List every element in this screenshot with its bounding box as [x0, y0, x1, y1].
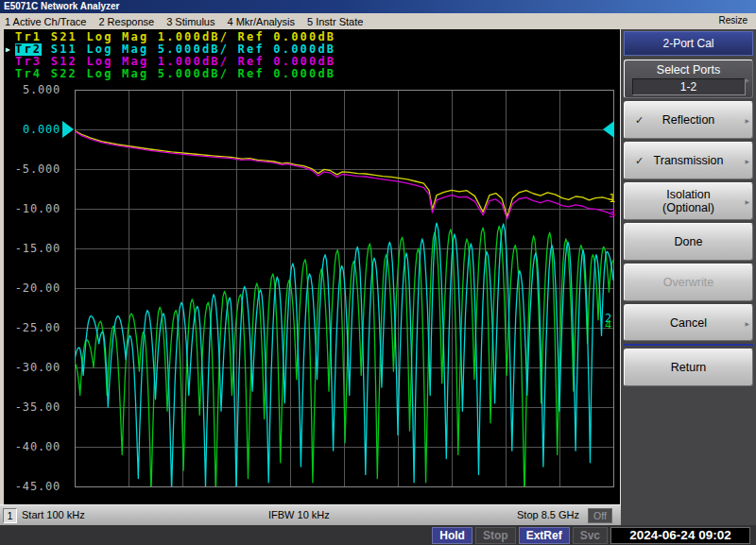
- softkey-label: Overwrite: [663, 276, 713, 289]
- check-icon: ✓: [635, 114, 644, 127]
- svg-text:1: 1: [609, 192, 615, 205]
- menu-bar: 1 Active Ch/Trace 2 Response 3 Stimulus …: [0, 13, 756, 29]
- menu-mkr-analysis[interactable]: 4 Mkr/Analysis: [227, 16, 295, 27]
- check-icon: ✓: [635, 155, 644, 167]
- softkey-label-line2: (Optional): [662, 201, 714, 214]
- instrument-status-bar: Hold Stop ExtRef Svc 2024-06-24 09:02: [0, 525, 756, 545]
- svg-text:3: 3: [609, 207, 615, 220]
- softkey-label: Return: [671, 361, 707, 374]
- svg-text:-10.00: -10.00: [15, 202, 60, 215]
- softkey-menu-title: 2-Port Cal: [624, 31, 753, 56]
- ref-level-marker-left: [62, 121, 74, 138]
- legend-row-tr4[interactable]: Tr4 S22 Log Mag 5.000dB/ Ref 0.000dB: [6, 68, 335, 80]
- extref-indicator[interactable]: ExtRef: [519, 527, 570, 544]
- softkey-menu: 2-Port Cal Select Ports 1-2 ▶ ✓ Reflecti…: [621, 29, 756, 525]
- softkey-return[interactable]: Return: [624, 349, 753, 386]
- menu-resize[interactable]: Resize: [718, 15, 747, 26]
- off-indicator: Off: [588, 508, 612, 523]
- softkey-isolation[interactable]: Isolation (Optional) ▶: [624, 182, 753, 220]
- submenu-arrow-icon: ▶: [745, 117, 749, 124]
- softkey-label: Transmission: [654, 154, 724, 167]
- softkey-separator: [624, 344, 753, 346]
- menu-instr-state[interactable]: 5 Instr State: [307, 16, 363, 27]
- menu-active-ch-trace[interactable]: 1 Active Ch/Trace: [5, 16, 86, 27]
- softkey-label: Cancel: [670, 316, 707, 330]
- hold-indicator[interactable]: Hold: [432, 527, 472, 544]
- stop-frequency[interactable]: Stop 8.5 GHz: [517, 509, 579, 520]
- softkey-cancel[interactable]: Cancel ▶: [624, 304, 753, 341]
- softkey-label: Done: [675, 235, 703, 248]
- softkey-select-ports[interactable]: Select Ports 1-2 ▶: [624, 60, 753, 98]
- active-trace-marker-icon: ▶: [6, 43, 15, 56]
- title-bar: E5071C Network Analyzer: [0, 0, 756, 13]
- menu-stimulus[interactable]: 3 Stimulus: [166, 16, 215, 27]
- stimulus-status-bar: 1 Start 100 kHz IFBW 10 kHz Stop 8.5 GHz…: [0, 504, 621, 525]
- instrument-screen: 5.0000.000-5.000-10.00-15.00-20.00-25.00…: [4, 29, 621, 505]
- softkey-overwrite[interactable]: Overwrite: [624, 264, 753, 301]
- svc-indicator[interactable]: Svc: [573, 527, 608, 544]
- softkey-label: Select Ports: [657, 63, 720, 77]
- ifbw-value[interactable]: IFBW 10 kHz: [268, 509, 330, 520]
- svg-text:4: 4: [605, 318, 611, 332]
- svg-text:5.000: 5.000: [23, 83, 60, 96]
- select-ports-value: 1-2: [632, 78, 746, 95]
- menu-response[interactable]: 2 Response: [98, 16, 154, 27]
- svg-text:-5.000: -5.000: [15, 162, 60, 176]
- softkey-reflection[interactable]: ✓ Reflection ▶: [624, 101, 753, 139]
- stop-indicator[interactable]: Stop: [475, 527, 516, 544]
- svg-text:-35.00: -35.00: [15, 400, 60, 414]
- submenu-arrow-icon: ▶: [745, 319, 749, 326]
- trace-settings: S22 Log Mag 5.000dB/ Ref 0.000dB: [42, 68, 335, 80]
- svg-text:-25.00: -25.00: [15, 321, 60, 334]
- ref-level-marker-right: [603, 121, 614, 138]
- plot-area[interactable]: 5.0000.000-5.000-10.00-15.00-20.00-25.00…: [4, 29, 620, 504]
- date-time-display: 2024-06-24 09:02: [610, 527, 750, 544]
- softkey-label: Reflection: [662, 113, 715, 127]
- submenu-arrow-icon: ▶: [745, 76, 749, 82]
- softkey-transmission[interactable]: ✓ Transmission ▶: [624, 142, 753, 179]
- y-axis-tick-labels: 5.0000.000-5.000-10.00-15.00-20.00-25.00…: [15, 83, 60, 493]
- window-title: E5071C Network Analyzer: [4, 1, 119, 11]
- svg-text:-45.00: -45.00: [15, 480, 60, 493]
- channel-number-badge: 1: [3, 508, 17, 523]
- softkey-done[interactable]: Done: [624, 223, 753, 261]
- submenu-arrow-icon: ▶: [745, 198, 749, 205]
- svg-text:0.000: 0.000: [23, 123, 60, 136]
- trace-legend: Tr1 S21 Log Mag 1.000dB/ Ref 0.000dB ▶ T…: [6, 31, 335, 80]
- svg-text:-20.00: -20.00: [15, 281, 60, 295]
- trace-name: Tr4: [15, 68, 42, 80]
- svg-text:-30.00: -30.00: [15, 361, 60, 374]
- svg-text:-15.00: -15.00: [15, 242, 60, 255]
- svg-text:-40.00: -40.00: [15, 440, 60, 453]
- grid-lines: [75, 90, 613, 486]
- submenu-arrow-icon: ▶: [745, 158, 749, 164]
- softkey-label: Isolation: [666, 188, 711, 201]
- start-frequency[interactable]: Start 100 kHz: [22, 509, 85, 520]
